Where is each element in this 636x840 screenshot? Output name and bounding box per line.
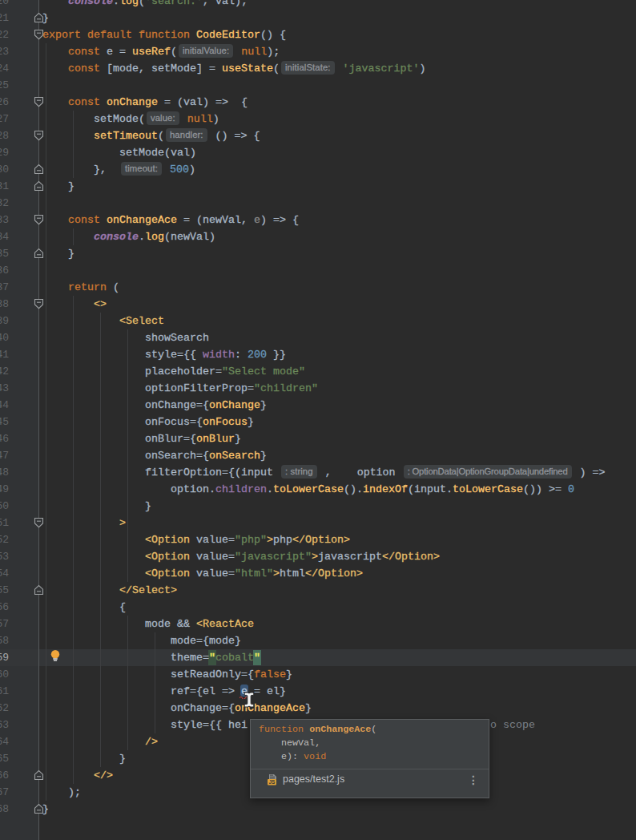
svg-text:JS: JS: [268, 779, 276, 785]
